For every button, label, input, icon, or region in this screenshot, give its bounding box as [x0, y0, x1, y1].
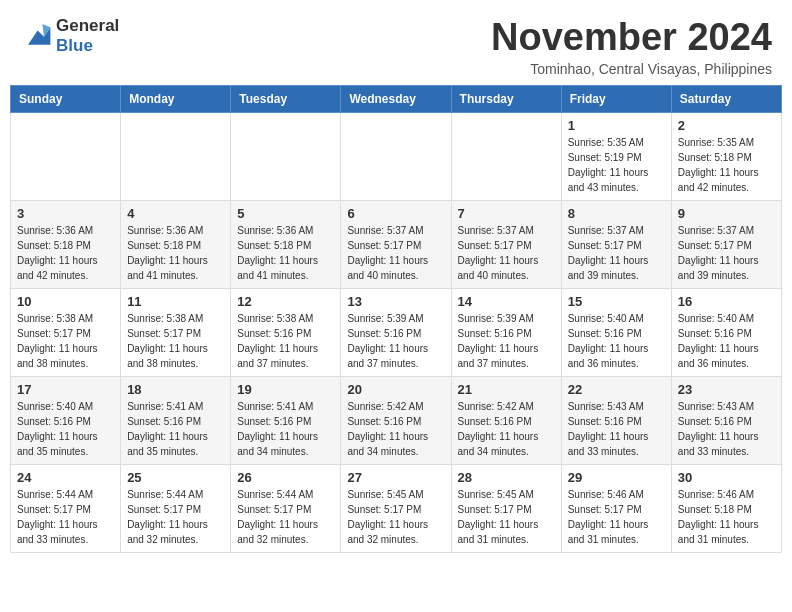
day-number: 8 — [568, 206, 665, 221]
day-number: 14 — [458, 294, 555, 309]
day-info: Sunrise: 5:40 AMSunset: 5:16 PMDaylight:… — [678, 311, 775, 371]
calendar-cell: 16Sunrise: 5:40 AMSunset: 5:16 PMDayligh… — [671, 289, 781, 377]
day-info: Sunrise: 5:43 AMSunset: 5:16 PMDaylight:… — [568, 399, 665, 459]
calendar-cell: 14Sunrise: 5:39 AMSunset: 5:16 PMDayligh… — [451, 289, 561, 377]
calendar-cell: 21Sunrise: 5:42 AMSunset: 5:16 PMDayligh… — [451, 377, 561, 465]
day-info: Sunrise: 5:42 AMSunset: 5:16 PMDaylight:… — [347, 399, 444, 459]
calendar-cell: 8Sunrise: 5:37 AMSunset: 5:17 PMDaylight… — [561, 201, 671, 289]
calendar-cell: 28Sunrise: 5:45 AMSunset: 5:17 PMDayligh… — [451, 465, 561, 553]
weekday-header: Wednesday — [341, 86, 451, 113]
day-number: 5 — [237, 206, 334, 221]
day-number: 2 — [678, 118, 775, 133]
day-number: 24 — [17, 470, 114, 485]
calendar-cell: 4Sunrise: 5:36 AMSunset: 5:18 PMDaylight… — [121, 201, 231, 289]
day-number: 20 — [347, 382, 444, 397]
calendar-cell — [11, 113, 121, 201]
day-info: Sunrise: 5:40 AMSunset: 5:16 PMDaylight:… — [568, 311, 665, 371]
day-number: 19 — [237, 382, 334, 397]
page-wrapper: General Blue November 2024 Tominhao, Cen… — [0, 0, 792, 553]
calendar-cell: 19Sunrise: 5:41 AMSunset: 5:16 PMDayligh… — [231, 377, 341, 465]
day-info: Sunrise: 5:46 AMSunset: 5:17 PMDaylight:… — [568, 487, 665, 547]
calendar-table: SundayMondayTuesdayWednesdayThursdayFrid… — [10, 85, 782, 553]
calendar-cell: 5Sunrise: 5:36 AMSunset: 5:18 PMDaylight… — [231, 201, 341, 289]
day-number: 3 — [17, 206, 114, 221]
day-number: 26 — [237, 470, 334, 485]
day-number: 22 — [568, 382, 665, 397]
calendar-cell — [231, 113, 341, 201]
day-number: 11 — [127, 294, 224, 309]
calendar-cell: 11Sunrise: 5:38 AMSunset: 5:17 PMDayligh… — [121, 289, 231, 377]
day-number: 21 — [458, 382, 555, 397]
day-number: 17 — [17, 382, 114, 397]
day-number: 30 — [678, 470, 775, 485]
day-number: 29 — [568, 470, 665, 485]
day-info: Sunrise: 5:39 AMSunset: 5:16 PMDaylight:… — [458, 311, 555, 371]
day-info: Sunrise: 5:36 AMSunset: 5:18 PMDaylight:… — [17, 223, 114, 283]
weekday-header: Monday — [121, 86, 231, 113]
day-info: Sunrise: 5:35 AMSunset: 5:19 PMDaylight:… — [568, 135, 665, 195]
calendar-row: 24Sunrise: 5:44 AMSunset: 5:17 PMDayligh… — [11, 465, 782, 553]
calendar-cell: 12Sunrise: 5:38 AMSunset: 5:16 PMDayligh… — [231, 289, 341, 377]
day-number: 28 — [458, 470, 555, 485]
day-info: Sunrise: 5:36 AMSunset: 5:18 PMDaylight:… — [237, 223, 334, 283]
calendar-cell: 17Sunrise: 5:40 AMSunset: 5:16 PMDayligh… — [11, 377, 121, 465]
day-info: Sunrise: 5:38 AMSunset: 5:16 PMDaylight:… — [237, 311, 334, 371]
weekday-header: Friday — [561, 86, 671, 113]
calendar-cell: 27Sunrise: 5:45 AMSunset: 5:17 PMDayligh… — [341, 465, 451, 553]
calendar-cell — [341, 113, 451, 201]
day-number: 10 — [17, 294, 114, 309]
calendar-cell: 13Sunrise: 5:39 AMSunset: 5:16 PMDayligh… — [341, 289, 451, 377]
calendar-row: 1Sunrise: 5:35 AMSunset: 5:19 PMDaylight… — [11, 113, 782, 201]
day-number: 18 — [127, 382, 224, 397]
day-info: Sunrise: 5:45 AMSunset: 5:17 PMDaylight:… — [347, 487, 444, 547]
day-info: Sunrise: 5:42 AMSunset: 5:16 PMDaylight:… — [458, 399, 555, 459]
title-block: November 2024 Tominhao, Central Visayas,… — [491, 16, 772, 77]
calendar-cell: 9Sunrise: 5:37 AMSunset: 5:17 PMDaylight… — [671, 201, 781, 289]
day-number: 25 — [127, 470, 224, 485]
weekday-header: Tuesday — [231, 86, 341, 113]
calendar-cell: 2Sunrise: 5:35 AMSunset: 5:18 PMDaylight… — [671, 113, 781, 201]
calendar-cell: 29Sunrise: 5:46 AMSunset: 5:17 PMDayligh… — [561, 465, 671, 553]
calendar-header-row: SundayMondayTuesdayWednesdayThursdayFrid… — [11, 86, 782, 113]
day-info: Sunrise: 5:37 AMSunset: 5:17 PMDaylight:… — [347, 223, 444, 283]
calendar-cell: 10Sunrise: 5:38 AMSunset: 5:17 PMDayligh… — [11, 289, 121, 377]
day-info: Sunrise: 5:37 AMSunset: 5:17 PMDaylight:… — [458, 223, 555, 283]
page-header: General Blue November 2024 Tominhao, Cen… — [0, 0, 792, 85]
calendar-cell: 15Sunrise: 5:40 AMSunset: 5:16 PMDayligh… — [561, 289, 671, 377]
calendar-cell: 22Sunrise: 5:43 AMSunset: 5:16 PMDayligh… — [561, 377, 671, 465]
day-info: Sunrise: 5:44 AMSunset: 5:17 PMDaylight:… — [17, 487, 114, 547]
weekday-header: Sunday — [11, 86, 121, 113]
day-info: Sunrise: 5:44 AMSunset: 5:17 PMDaylight:… — [237, 487, 334, 547]
day-info: Sunrise: 5:41 AMSunset: 5:16 PMDaylight:… — [237, 399, 334, 459]
calendar-cell: 1Sunrise: 5:35 AMSunset: 5:19 PMDaylight… — [561, 113, 671, 201]
logo-text: General Blue — [56, 16, 119, 55]
day-info: Sunrise: 5:41 AMSunset: 5:16 PMDaylight:… — [127, 399, 224, 459]
day-number: 16 — [678, 294, 775, 309]
calendar-cell: 26Sunrise: 5:44 AMSunset: 5:17 PMDayligh… — [231, 465, 341, 553]
calendar-cell: 25Sunrise: 5:44 AMSunset: 5:17 PMDayligh… — [121, 465, 231, 553]
day-number: 6 — [347, 206, 444, 221]
calendar-cell: 24Sunrise: 5:44 AMSunset: 5:17 PMDayligh… — [11, 465, 121, 553]
day-number: 13 — [347, 294, 444, 309]
calendar-cell: 7Sunrise: 5:37 AMSunset: 5:17 PMDaylight… — [451, 201, 561, 289]
day-number: 27 — [347, 470, 444, 485]
calendar-cell: 30Sunrise: 5:46 AMSunset: 5:18 PMDayligh… — [671, 465, 781, 553]
day-info: Sunrise: 5:37 AMSunset: 5:17 PMDaylight:… — [568, 223, 665, 283]
day-info: Sunrise: 5:43 AMSunset: 5:16 PMDaylight:… — [678, 399, 775, 459]
logo: General Blue — [20, 16, 119, 55]
weekday-header: Saturday — [671, 86, 781, 113]
day-info: Sunrise: 5:46 AMSunset: 5:18 PMDaylight:… — [678, 487, 775, 547]
calendar-cell: 18Sunrise: 5:41 AMSunset: 5:16 PMDayligh… — [121, 377, 231, 465]
day-number: 15 — [568, 294, 665, 309]
calendar-cell: 6Sunrise: 5:37 AMSunset: 5:17 PMDaylight… — [341, 201, 451, 289]
calendar-cell: 23Sunrise: 5:43 AMSunset: 5:16 PMDayligh… — [671, 377, 781, 465]
day-info: Sunrise: 5:35 AMSunset: 5:18 PMDaylight:… — [678, 135, 775, 195]
day-info: Sunrise: 5:38 AMSunset: 5:17 PMDaylight:… — [17, 311, 114, 371]
day-info: Sunrise: 5:38 AMSunset: 5:17 PMDaylight:… — [127, 311, 224, 371]
day-number: 23 — [678, 382, 775, 397]
day-info: Sunrise: 5:40 AMSunset: 5:16 PMDaylight:… — [17, 399, 114, 459]
calendar-cell — [451, 113, 561, 201]
day-number: 7 — [458, 206, 555, 221]
day-info: Sunrise: 5:44 AMSunset: 5:17 PMDaylight:… — [127, 487, 224, 547]
calendar-row: 17Sunrise: 5:40 AMSunset: 5:16 PMDayligh… — [11, 377, 782, 465]
